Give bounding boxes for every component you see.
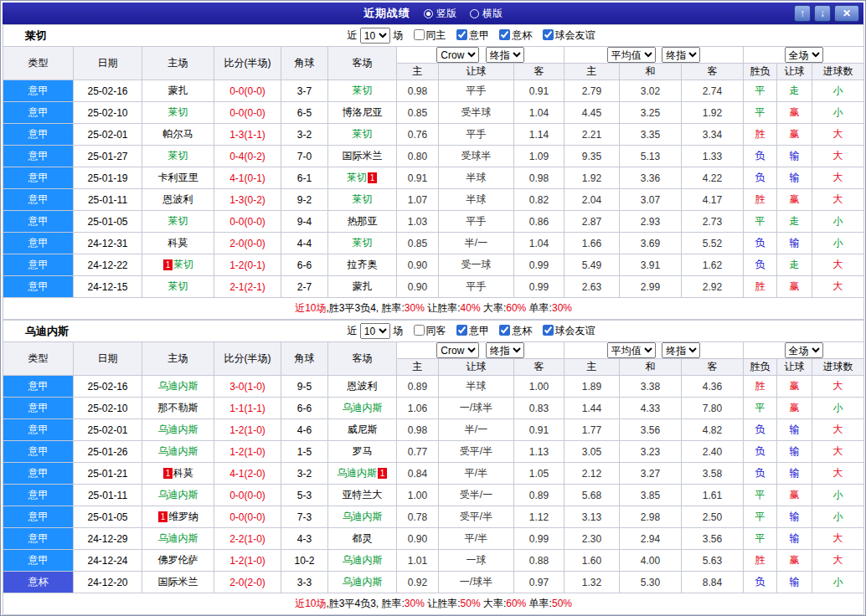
away-team-cell[interactable]: 莱切 <box>328 80 397 102</box>
score-cell[interactable]: 2-0(0-0) <box>214 233 281 254</box>
home-team-cell[interactable]: 科莫 <box>142 233 214 254</box>
team-link[interactable]: 恩波利 <box>348 380 378 392</box>
league-filter-cup[interactable]: 意杯 <box>492 29 532 41</box>
score-cell[interactable]: 3-0(1-0) <box>214 376 281 398</box>
team-link[interactable]: 莱切 <box>347 172 367 183</box>
team-link[interactable]: 亚特兰大 <box>343 489 383 501</box>
league-filter-serie-a[interactable]: 意甲 <box>449 325 489 336</box>
away-team-cell[interactable]: 热那亚 <box>328 211 397 233</box>
score-cell[interactable]: 1-3(0-2) <box>214 189 281 211</box>
team-link[interactable]: 乌迪内斯 <box>343 554 383 566</box>
team-link[interactable]: 蒙扎 <box>353 280 373 292</box>
match-count-select[interactable]: 10 <box>360 323 390 339</box>
score-cell[interactable]: 1-3(1-1) <box>214 124 281 146</box>
final-odds-select-2[interactable]: 终指 <box>662 342 700 358</box>
team-link[interactable]: 莱切 <box>353 193 373 205</box>
layout-radio-horizontal[interactable]: 横版 <box>470 7 503 21</box>
team-link[interactable]: 莱切 <box>168 106 188 118</box>
home-team-cell[interactable]: 乌迪内斯 <box>142 441 214 463</box>
same-venue-checkbox[interactable] <box>414 29 425 40</box>
serie-a-checkbox[interactable] <box>456 29 467 40</box>
away-team-cell[interactable]: 莱切 <box>328 124 397 146</box>
score-cell[interactable]: 1-2(1-0) <box>214 550 281 572</box>
team-link[interactable]: 蒙扎 <box>168 85 188 96</box>
match-count-select[interactable]: 10 <box>360 28 390 44</box>
score-cell[interactable]: 0-0(0-0) <box>214 80 281 102</box>
league-filter-friendly[interactable]: 球会友谊 <box>535 325 595 336</box>
score-cell[interactable]: 0-4(0-2) <box>214 146 281 167</box>
away-team-cell[interactable]: 莱切 <box>328 233 397 254</box>
final-odds-select[interactable]: 终指 <box>486 47 524 63</box>
home-team-cell[interactable]: 卡利亚里 <box>142 167 214 189</box>
team-link[interactable]: 佛罗伦萨 <box>158 554 198 566</box>
final-odds-select-2[interactable]: 终指 <box>662 47 700 63</box>
team-link[interactable]: 维罗纳 <box>168 511 198 522</box>
scroll-up-button[interactable]: ↑ <box>794 5 811 22</box>
home-team-cell[interactable]: 1维罗纳 <box>142 506 214 528</box>
cup-checkbox[interactable] <box>499 325 510 336</box>
team-link[interactable]: 卡利亚里 <box>158 172 198 183</box>
team-link[interactable]: 都灵 <box>353 532 373 544</box>
team-link[interactable]: 乌迪内斯 <box>343 576 383 588</box>
away-team-cell[interactable]: 博洛尼亚 <box>328 102 397 124</box>
away-team-cell[interactable]: 蒙扎 <box>328 276 397 298</box>
team-link[interactable]: 莱切 <box>353 128 373 140</box>
away-team-cell[interactable]: 乌迪内斯 <box>328 550 397 572</box>
away-team-cell[interactable]: 恩波利 <box>328 376 397 398</box>
home-team-cell[interactable]: 帕尔马 <box>142 124 214 146</box>
team-link[interactable]: 罗马 <box>353 445 373 457</box>
home-team-cell[interactable]: 恩波利 <box>142 189 214 211</box>
home-team-cell[interactable]: 那不勒斯 <box>142 398 214 419</box>
score-cell[interactable]: 0-0(0-0) <box>214 506 281 528</box>
away-team-cell[interactable]: 亚特兰大 <box>328 485 397 506</box>
friendly-checkbox[interactable] <box>543 29 554 40</box>
score-cell[interactable]: 1-1(1-1) <box>214 398 281 419</box>
scope-select[interactable]: 全场 <box>785 47 823 63</box>
home-team-cell[interactable]: 佛罗伦萨 <box>142 550 214 572</box>
score-cell[interactable]: 4-1(2-0) <box>214 463 281 485</box>
bookmaker-select[interactable]: Crow <box>436 342 479 358</box>
score-cell[interactable]: 2-1(2-1) <box>214 276 281 298</box>
score-cell[interactable]: 0-0(0-0) <box>214 102 281 124</box>
team-link[interactable]: 乌迪内斯 <box>158 445 198 457</box>
away-team-cell[interactable]: 莱切1 <box>328 167 397 189</box>
team-link[interactable]: 热那亚 <box>348 215 378 227</box>
score-cell[interactable]: 1-2(1-0) <box>214 441 281 463</box>
score-cell[interactable]: 2-0(2-0) <box>214 572 281 593</box>
team-link[interactable]: 国际米兰 <box>343 150 383 162</box>
serie-a-checkbox[interactable] <box>456 325 467 336</box>
home-team-cell[interactable]: 蒙扎 <box>142 80 214 102</box>
home-team-cell[interactable]: 国际米兰 <box>142 572 214 593</box>
home-team-cell[interactable]: 乌迪内斯 <box>142 485 214 506</box>
team-link[interactable]: 乌迪内斯 <box>343 402 383 413</box>
bookmaker-select[interactable]: Crow <box>436 47 479 63</box>
team-link[interactable]: 莱切 <box>353 237 373 249</box>
same-venue-filter[interactable]: 同客 <box>406 325 446 336</box>
team-link[interactable]: 莱切 <box>168 215 188 227</box>
home-team-cell[interactable]: 乌迪内斯 <box>142 419 214 441</box>
score-cell[interactable]: 1-2(0-1) <box>214 254 281 276</box>
team-link[interactable]: 博洛尼亚 <box>343 106 383 118</box>
away-team-cell[interactable]: 乌迪内斯 <box>328 572 397 593</box>
home-team-cell[interactable]: 莱切 <box>142 276 214 298</box>
home-team-cell[interactable]: 1科莫 <box>142 463 214 485</box>
same-venue-checkbox[interactable] <box>414 325 425 336</box>
team-link[interactable]: 乌迪内斯 <box>158 489 198 501</box>
friendly-checkbox[interactable] <box>543 325 554 336</box>
away-team-cell[interactable]: 国际米兰 <box>328 146 397 167</box>
average-select[interactable]: 平均值 <box>607 342 656 358</box>
score-cell[interactable]: 1-2(1-0) <box>214 419 281 441</box>
team-link[interactable]: 威尼斯 <box>348 424 378 435</box>
team-link[interactable]: 恩波利 <box>163 193 193 205</box>
team-link[interactable]: 乌迪内斯 <box>158 380 198 392</box>
team-link[interactable]: 莱切 <box>173 259 193 270</box>
score-cell[interactable]: 0-0(0-0) <box>214 485 281 506</box>
team-link[interactable]: 乌迪内斯 <box>337 467 377 479</box>
away-team-cell[interactable]: 乌迪内斯 <box>328 398 397 419</box>
average-select[interactable]: 平均值 <box>607 47 656 63</box>
close-button[interactable]: ✕ <box>834 5 859 22</box>
team-link[interactable]: 乌迪内斯 <box>158 532 198 544</box>
score-cell[interactable]: 2-2(1-0) <box>214 528 281 550</box>
team-link[interactable]: 拉齐奥 <box>348 259 378 270</box>
away-team-cell[interactable]: 乌迪内斯 <box>328 506 397 528</box>
